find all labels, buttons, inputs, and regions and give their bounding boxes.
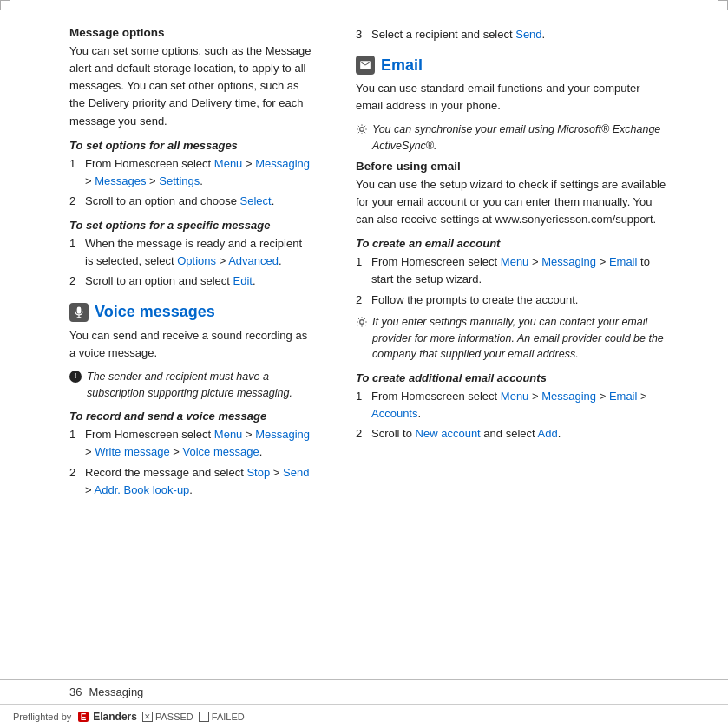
passed-box: ✕ PASSED xyxy=(142,712,193,722)
email-link-2: Email xyxy=(609,390,638,403)
elanders-e-icon: E xyxy=(76,710,90,724)
svg-line-16 xyxy=(364,318,365,319)
create-additional-step-2: 2 Scroll to New account and select Add. xyxy=(356,425,668,443)
sun-tip2-icon xyxy=(356,316,368,328)
failed-box: FAILED xyxy=(199,712,245,722)
create-additional-step-1: 1 From Homescreen select Menu > Messagin… xyxy=(356,388,668,423)
addr-book-link: Addr. Book look-up xyxy=(95,483,190,496)
options-link: Options xyxy=(177,254,216,267)
voice-messages-section: Voice messages You can send and receive … xyxy=(69,303,312,499)
messaging-link-2: Messaging xyxy=(255,428,310,441)
set-specific-step-2: 2 Scroll to an option and select Edit. xyxy=(69,272,312,290)
send-link-r: Send xyxy=(515,28,541,41)
voice-messages-title: Voice messages xyxy=(69,303,312,322)
passed-checkbox: ✕ xyxy=(142,712,153,722)
email-heading: Email xyxy=(381,56,423,75)
email-tip2: If you enter settings manually, you can … xyxy=(356,314,668,363)
footer: 36 Messaging xyxy=(0,679,728,704)
step3: 3 Select a recipient and select Send. xyxy=(356,26,668,43)
messaging-link-3: Messaging xyxy=(541,255,596,268)
record-heading: To record and send a voice message xyxy=(69,410,312,423)
page: Message options You can set some options… xyxy=(0,0,728,728)
elanders-brand: Elanders xyxy=(93,711,137,723)
select-link: Select xyxy=(240,194,272,207)
record-step-1: 1 From Homescreen select Menu > Messagin… xyxy=(69,426,312,461)
svg-line-6 xyxy=(364,132,365,133)
create-account-step-1: 1 From Homescreen select Menu > Messagin… xyxy=(356,253,668,288)
svg-point-9 xyxy=(360,319,364,324)
accounts-link: Accounts xyxy=(371,407,417,420)
advanced-link: Advanced xyxy=(228,254,279,267)
svg-line-8 xyxy=(358,132,359,133)
svg-line-14 xyxy=(358,318,359,319)
message-options-heading: Message options xyxy=(69,26,312,39)
email-tip: You can synchronise your email using Mic… xyxy=(356,121,668,154)
step3-list: 3 Select a recipient and select Send. xyxy=(356,26,668,43)
preflighted-label: Preflighted by xyxy=(13,712,71,722)
messages-link: Messages xyxy=(95,174,146,187)
set-all-heading: To set options for all messages xyxy=(69,139,312,152)
menu-link-3: Menu xyxy=(501,255,529,268)
set-all-step-1: 1 From Homescreen select Menu > Messagin… xyxy=(69,155,312,190)
email-body: You can use standard email functions and… xyxy=(356,80,668,115)
create-additional-heading: To create additional email accounts xyxy=(356,371,668,384)
preflighted-bar: Preflighted by E Elanders ✕ PASSED FAILE… xyxy=(0,704,728,728)
voice-messages-heading: Voice messages xyxy=(95,303,215,321)
menu-link-2: Menu xyxy=(214,428,243,441)
set-specific-step-1: 1 When the message is ready and a recipi… xyxy=(69,235,312,270)
create-additional-steps: 1 From Homescreen select Menu > Messagin… xyxy=(356,388,668,443)
svg-line-15 xyxy=(364,325,365,325)
footer-left: 36 Messaging xyxy=(69,685,143,698)
note-icon: ! xyxy=(69,371,82,383)
page-category: Messaging xyxy=(89,685,143,698)
microphone-icon xyxy=(73,306,85,318)
set-all-steps: 1 From Homescreen select Menu > Messagin… xyxy=(69,155,312,210)
right-column: 3 Select a recipient and select Send. Em… xyxy=(338,26,703,679)
page-number: 36 xyxy=(69,685,82,698)
settings-link: Settings xyxy=(159,174,200,187)
email-icon xyxy=(356,56,375,75)
before-email-section: Before using email You can use the setup… xyxy=(356,160,668,443)
menu-link-4: Menu xyxy=(501,390,529,403)
svg-line-7 xyxy=(364,126,365,127)
svg-line-5 xyxy=(358,126,359,127)
stop-link: Stop xyxy=(246,466,270,479)
email-link: Email xyxy=(609,255,638,268)
voice-messages-note: ! The sender and recipient must have a s… xyxy=(69,369,312,402)
set-all-step-2: 2 Scroll to an option and choose Select. xyxy=(69,193,312,210)
envelope-icon xyxy=(359,59,371,71)
write-message-link: Write message xyxy=(95,445,169,458)
passed-label: PASSED xyxy=(155,712,193,722)
voice-messages-icon xyxy=(69,303,89,322)
sun-tip-icon xyxy=(356,123,368,135)
edit-link: Edit xyxy=(233,274,253,287)
message-options-section: Message options You can set some options… xyxy=(69,26,312,291)
svg-text:E: E xyxy=(81,712,87,722)
failed-label: FAILED xyxy=(212,712,245,722)
email-section: Email You can use standard email functio… xyxy=(356,56,668,443)
create-account-heading: To create an email account xyxy=(356,237,668,250)
messaging-link: Messaging xyxy=(255,157,310,170)
create-account-step-2: 2 Follow the prompts to create the accou… xyxy=(356,292,668,309)
create-account-steps: 1 From Homescreen select Menu > Messagin… xyxy=(356,253,668,308)
set-specific-heading: To set options for a specific message xyxy=(69,219,312,232)
voice-messages-body: You can send and receive a sound recordi… xyxy=(69,327,312,362)
before-email-body: You can use the setup wizard to check if… xyxy=(356,176,668,228)
content-area: Message options You can set some options… xyxy=(0,0,728,679)
elanders-logo: E Elanders xyxy=(76,710,137,724)
new-account-link: New account xyxy=(416,427,481,440)
before-email-heading: Before using email xyxy=(356,160,668,173)
messaging-link-4: Messaging xyxy=(541,390,596,403)
voice-message-link: Voice message xyxy=(183,445,259,458)
send-link: Send xyxy=(283,466,309,479)
svg-line-17 xyxy=(358,325,359,325)
email-title: Email xyxy=(356,56,668,75)
message-options-body: You can set some options, such as the Me… xyxy=(69,43,312,130)
failed-checkbox xyxy=(199,712,209,722)
record-steps: 1 From Homescreen select Menu > Messagin… xyxy=(69,426,312,499)
email-tip2-text: If you enter settings manually, you can … xyxy=(372,314,668,363)
menu-link: Menu xyxy=(214,157,243,170)
set-specific-steps: 1 When the message is ready and a recipi… xyxy=(69,235,312,290)
note-text: The sender and recipient must have a sub… xyxy=(87,369,312,402)
left-column: Message options You can set some options… xyxy=(0,26,338,679)
